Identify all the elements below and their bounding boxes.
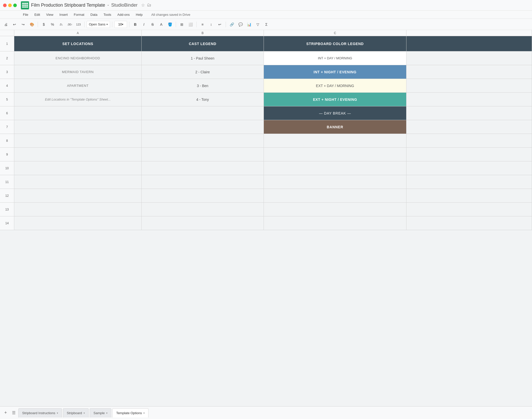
tab-stripboard-instructions[interactable]: Stripboard Instructions ▾ <box>18 408 62 417</box>
cell-14c[interactable] <box>264 216 406 230</box>
decimal-increase-button[interactable]: .00↑ <box>66 21 74 28</box>
cell-2b[interactable]: 1 - Paul Sheen <box>142 51 264 65</box>
cell-13b[interactable] <box>142 203 264 216</box>
italic-button[interactable]: I <box>140 21 148 28</box>
cell-13a[interactable] <box>14 203 142 216</box>
tab-arrow-icon: ▾ <box>143 412 145 414</box>
cell-3c[interactable]: INT + NIGHT / EVENING <box>264 65 406 79</box>
menu-data[interactable]: Data <box>88 12 100 18</box>
print-button[interactable]: 🖨 <box>2 21 10 28</box>
col-header-rest <box>406 30 532 36</box>
tab-arrow-icon: ▾ <box>84 412 85 414</box>
separator-3 <box>112 22 112 27</box>
cell-5c[interactable]: EXT + NIGHT / EVENING <box>264 93 406 106</box>
tab-sample[interactable]: Sample ▾ <box>90 408 111 417</box>
cell-8a[interactable] <box>14 134 142 147</box>
link-button[interactable]: 🔗 <box>228 21 236 28</box>
fill-color-button[interactable]: 🪣 <box>166 21 174 28</box>
window-controls[interactable] <box>3 4 17 7</box>
table-row: 3 MERMAID TAVERN 2 - Claire INT + NIGHT … <box>0 65 532 79</box>
borders-button[interactable]: ⊞ <box>178 21 186 28</box>
filter-button[interactable]: ▽ <box>254 21 262 28</box>
cell-9b[interactable] <box>142 148 264 161</box>
comment-button[interactable]: 💬 <box>237 21 244 28</box>
cell-12a[interactable] <box>14 189 142 202</box>
close-button[interactable] <box>3 4 7 7</box>
col-header-c[interactable]: C <box>264 30 406 36</box>
folder-icon[interactable]: 🗂 <box>147 3 151 8</box>
font-size-dropdown[interactable]: 10 ▾ <box>114 21 127 28</box>
cell-7b[interactable] <box>142 120 264 134</box>
menu-insert[interactable]: Insert <box>57 12 70 18</box>
cell-6c[interactable]: — DAY BREAK — <box>264 106 406 120</box>
bottom-tab-bar: + ☰ Stripboard Instructions ▾ Stripboard… <box>0 406 532 419</box>
menu-addons[interactable]: Add-ons <box>115 12 132 18</box>
cell-11c[interactable] <box>264 175 406 189</box>
cell-12c[interactable] <box>264 189 406 202</box>
cell-14a[interactable] <box>14 216 142 230</box>
cell-5b[interactable]: 4 - Tony <box>142 93 264 106</box>
currency-button[interactable]: $ <box>40 21 48 28</box>
col-header-a[interactable]: A <box>14 30 142 36</box>
cell-2a[interactable]: ENCINO NEIGHBORHOOD <box>14 51 142 65</box>
menu-view[interactable]: View <box>44 12 56 18</box>
undo-button[interactable]: ↩ <box>11 21 18 28</box>
cell-9a[interactable] <box>14 148 142 161</box>
cell-7c[interactable]: BANNER <box>264 120 406 134</box>
cell-1a[interactable]: SET LOCATIONS <box>14 36 142 51</box>
star-icon[interactable]: ☆ <box>141 3 145 8</box>
cell-5a[interactable]: Edit Locations in "Template Options" She… <box>14 93 142 106</box>
sheet-list-button[interactable]: ☰ <box>10 409 17 416</box>
cell-8b[interactable] <box>142 134 264 147</box>
function-button[interactable]: Σ <box>263 21 270 28</box>
number-format-button[interactable]: 123 <box>75 21 82 28</box>
cell-3b[interactable]: 2 - Claire <box>142 65 264 79</box>
cell-1c[interactable]: STRIPBOARD COLOR LEGEND <box>264 36 406 51</box>
cell-8c[interactable] <box>264 134 406 147</box>
cell-2c[interactable]: INT + DAY / MORNING <box>264 51 406 65</box>
cell-6a[interactable] <box>14 106 142 120</box>
cell-9c[interactable] <box>264 148 406 161</box>
cell-11a[interactable] <box>14 175 142 189</box>
cell-4c[interactable]: EXT + DAY / MORNING <box>264 79 406 92</box>
strikethrough-button[interactable]: S <box>149 21 156 28</box>
cell-6b[interactable] <box>142 106 264 120</box>
cell-14b[interactable] <box>142 216 264 230</box>
valign-button[interactable]: ↕ <box>207 21 215 28</box>
align-button[interactable]: ≡ <box>199 21 206 28</box>
font-family-dropdown[interactable]: Open Sans ▾ <box>87 21 110 28</box>
cell-11b[interactable] <box>142 175 264 189</box>
title-actions[interactable]: ☆ 🗂 <box>141 3 151 8</box>
menu-tools[interactable]: Tools <box>101 12 114 18</box>
chart-button[interactable]: 📊 <box>245 21 253 28</box>
cell-13c[interactable] <box>264 203 406 216</box>
bold-button[interactable]: B <box>131 21 139 28</box>
menu-help[interactable]: Help <box>133 12 145 18</box>
paint-format-button[interactable]: 🎨 <box>28 21 36 28</box>
menu-file[interactable]: File <box>20 12 31 18</box>
font-color-button[interactable]: A <box>157 21 165 28</box>
wrap-button[interactable]: ↩ <box>216 21 224 28</box>
cell-3a[interactable]: MERMAID TAVERN <box>14 65 142 79</box>
cell-1b[interactable]: CAST LEGEND <box>142 36 264 51</box>
cell-4a[interactable]: APARTMENT <box>14 79 142 92</box>
cell-10a[interactable] <box>14 161 142 175</box>
minimize-button[interactable] <box>8 4 12 7</box>
redo-button[interactable]: ↪ <box>19 21 27 28</box>
menu-edit[interactable]: Edit <box>32 12 43 18</box>
menu-format[interactable]: Format <box>71 12 87 18</box>
cell-3-rest <box>406 65 532 79</box>
tab-stripboard[interactable]: Stripboard ▾ <box>63 408 89 417</box>
tab-template-options[interactable]: Template Options ▾ <box>112 408 148 417</box>
decimal-decrease-button[interactable]: .0↓ <box>57 21 65 28</box>
percent-button[interactable]: % <box>49 21 56 28</box>
col-header-b[interactable]: B <box>142 30 264 36</box>
cell-12b[interactable] <box>142 189 264 202</box>
cell-7a[interactable] <box>14 120 142 134</box>
cell-4b[interactable]: 3 - Ben <box>142 79 264 92</box>
cell-10c[interactable] <box>264 161 406 175</box>
merge-button[interactable]: ⬜ <box>187 21 194 28</box>
add-sheet-button[interactable]: + <box>2 409 9 416</box>
cell-10b[interactable] <box>142 161 264 175</box>
maximize-button[interactable] <box>13 4 17 7</box>
